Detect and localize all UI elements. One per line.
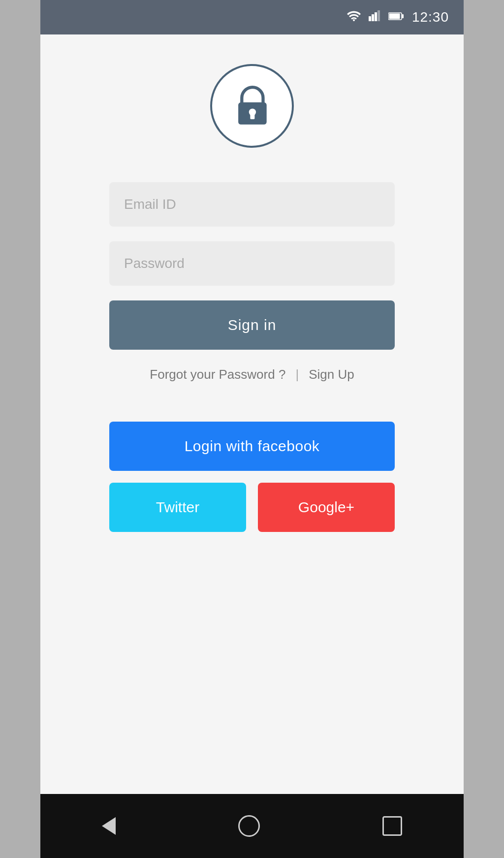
battery-icon <box>388 11 404 24</box>
email-input[interactable] <box>109 182 395 227</box>
lock-icon-container <box>210 64 294 148</box>
svg-rect-2 <box>372 14 374 21</box>
links-row: Forgot your Password ? | Sign Up <box>150 367 354 382</box>
svg-rect-10 <box>250 112 254 119</box>
recents-square-icon <box>382 816 402 836</box>
recents-button[interactable] <box>382 816 402 836</box>
social-row: Twitter Google+ <box>109 483 395 532</box>
twitter-login-button[interactable]: Twitter <box>109 483 246 532</box>
status-bar: 12:30 <box>40 0 464 34</box>
home-circle-icon <box>238 815 260 837</box>
signup-link[interactable]: Sign Up <box>309 367 354 382</box>
svg-rect-6 <box>402 14 404 18</box>
back-button[interactable] <box>102 817 116 835</box>
phone-frame: 12:30 Sign in Forgot your Password ? <box>40 0 464 858</box>
signin-button[interactable]: Sign in <box>109 300 395 350</box>
svg-rect-7 <box>389 14 400 19</box>
signal-icon <box>369 10 380 24</box>
svg-rect-1 <box>369 16 371 21</box>
google-login-button[interactable]: Google+ <box>258 483 395 532</box>
form-container: Sign in <box>109 182 395 367</box>
home-button[interactable] <box>238 815 260 837</box>
lock-icon <box>230 84 274 128</box>
link-separator: | <box>295 367 299 382</box>
forgot-password-link[interactable]: Forgot your Password ? <box>150 367 285 382</box>
status-bar-right: 12:30 <box>347 9 449 25</box>
main-content: Sign in Forgot your Password ? | Sign Up… <box>40 34 464 794</box>
back-arrow-icon <box>102 817 116 835</box>
svg-point-0 <box>353 19 355 21</box>
nav-bar <box>40 794 464 858</box>
wifi-icon <box>347 10 361 24</box>
svg-rect-4 <box>378 10 380 21</box>
svg-rect-3 <box>375 12 377 21</box>
password-input[interactable] <box>109 241 395 286</box>
status-time: 12:30 <box>412 9 449 25</box>
social-container: Login with facebook Twitter Google+ <box>109 422 395 532</box>
facebook-login-button[interactable]: Login with facebook <box>109 422 395 471</box>
